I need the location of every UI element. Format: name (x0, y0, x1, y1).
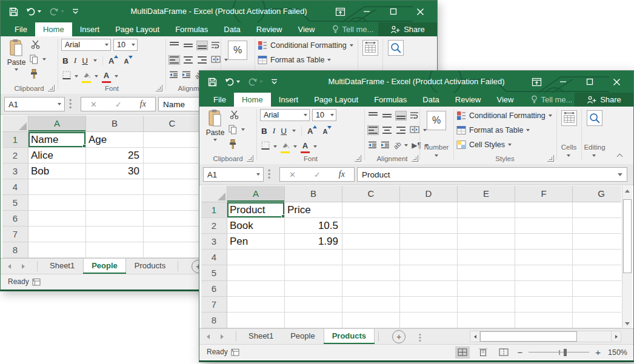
number-dropdown-arrow[interactable] (435, 154, 438, 157)
sheet-tab[interactable]: Sheet1 (240, 329, 282, 344)
macro-record-icon[interactable] (32, 277, 41, 288)
grid-cell[interactable]: 1.99 (285, 234, 342, 250)
grid-cell[interactable] (144, 132, 201, 148)
underline-button[interactable]: U (82, 56, 88, 65)
conditional-formatting-dropdown-arrow[interactable] (549, 114, 552, 117)
menu-tab[interactable]: Data (216, 22, 248, 36)
grid-cell[interactable] (144, 148, 201, 164)
zoom-level[interactable]: 150% (607, 348, 627, 357)
grid-cell[interactable] (458, 281, 515, 297)
fill-color-button[interactable] (281, 140, 290, 153)
increase-font-button[interactable]: A (108, 55, 118, 66)
row-header[interactable]: 1 (2, 132, 28, 148)
align-right-icon[interactable] (197, 56, 207, 64)
menu-tab[interactable]: Data (415, 93, 447, 107)
borders-button[interactable] (62, 71, 71, 82)
borders-button[interactable] (261, 141, 270, 152)
grid-cell[interactable] (573, 250, 621, 265)
row-header[interactable]: 6 (2, 211, 28, 227)
font-color-button[interactable]: A (301, 140, 310, 153)
grid-cell[interactable] (573, 234, 621, 250)
font-size-combo[interactable]: 10 (113, 39, 138, 51)
grid-cell[interactable] (342, 218, 400, 234)
minimize-button[interactable] (353, 1, 380, 22)
page-layout-view-button[interactable] (476, 346, 490, 359)
grid-cell[interactable] (144, 211, 201, 227)
align-center-icon[interactable] (382, 126, 392, 134)
merge-center-icon[interactable] (410, 125, 419, 136)
horizontal-scrollbar[interactable] (470, 331, 621, 342)
macro-record-icon[interactable] (231, 348, 239, 359)
undo-button[interactable] (26, 7, 41, 16)
grid-cell[interactable] (573, 281, 621, 297)
grid-cell[interactable] (144, 164, 201, 179)
grid-cell[interactable] (285, 250, 342, 265)
cells-dropdown-arrow[interactable] (567, 154, 570, 157)
sheet-tab[interactable]: People (83, 259, 126, 274)
number-format-button[interactable]: % (427, 111, 446, 130)
grid-cell[interactable] (515, 297, 573, 313)
menu-tab[interactable]: Page Layout (107, 22, 167, 36)
grid-cell[interactable] (458, 250, 515, 265)
row-header[interactable]: 1 (201, 202, 227, 218)
number-group-button-label[interactable]: Number (420, 144, 453, 151)
name-box[interactable]: A1 (4, 97, 65, 111)
copy-button[interactable] (30, 55, 46, 64)
grid-cell[interactable]: Alice (28, 148, 86, 164)
next-sheet-arrow[interactable] (22, 264, 25, 269)
grid-cell[interactable] (28, 211, 86, 227)
increase-indent-icon[interactable] (182, 70, 191, 81)
grid-cell[interactable] (227, 297, 285, 313)
customize-quick-access-button[interactable] (271, 78, 278, 85)
grid-cell[interactable] (573, 218, 621, 234)
editing-button[interactable] (387, 40, 405, 56)
column-header[interactable]: E (458, 186, 515, 202)
previous-sheet-arrow[interactable] (207, 334, 210, 339)
conditional-formatting-button[interactable]: Conditional Formatting (456, 111, 552, 121)
align-left-icon[interactable] (169, 56, 179, 64)
menu-tab[interactable]: Home (234, 93, 271, 107)
next-sheet-arrow[interactable] (221, 334, 224, 339)
font-dialog-launcher[interactable] (156, 85, 162, 91)
cut-button[interactable] (230, 110, 247, 119)
copy-dropdown-arrow[interactable] (241, 128, 245, 131)
grid-cell[interactable]: 10.5 (285, 218, 342, 234)
sheet-tab[interactable]: People (282, 329, 323, 344)
formula-bar-divider-dots[interactable]: ••• (268, 169, 270, 180)
grid-cell[interactable] (285, 281, 342, 297)
grid-cell[interactable] (400, 250, 458, 265)
redo-button[interactable] (49, 7, 64, 16)
share-button[interactable]: Share (378, 22, 437, 36)
grid-cell[interactable] (458, 202, 515, 218)
column-header[interactable]: B (86, 116, 144, 132)
minimize-button[interactable] (550, 71, 576, 93)
clipboard-dialog-launcher[interactable] (48, 85, 55, 91)
grid-cell[interactable] (515, 313, 573, 328)
menu-tab[interactable]: Insert (72, 22, 108, 36)
column-header[interactable]: D (400, 186, 458, 202)
underline-dropdown-arrow[interactable] (292, 130, 296, 132)
grid-cell[interactable] (400, 202, 458, 218)
row-header[interactable]: 8 (201, 313, 227, 328)
cells-button[interactable] (361, 40, 379, 56)
grid-cell[interactable] (227, 313, 285, 328)
cut-button[interactable] (31, 40, 48, 49)
grid-cell[interactable]: 25 (86, 148, 144, 164)
grid-cell[interactable] (285, 265, 342, 281)
cells-group-button-label[interactable]: Cells (557, 144, 581, 151)
column-header[interactable]: F (515, 186, 573, 202)
font-size-dropdown-arrow[interactable] (132, 44, 135, 46)
scroll-down-arrow[interactable] (622, 319, 632, 328)
fill-color-button[interactable] (82, 70, 91, 83)
font-name-dropdown-arrow[interactable] (304, 114, 307, 116)
grid-cell[interactable] (86, 195, 144, 211)
conditional-formatting-dropdown-arrow[interactable] (350, 44, 353, 47)
tell-me[interactable]: Tell me... (332, 22, 373, 36)
fill-color-dropdown-arrow[interactable] (95, 75, 98, 78)
format-painter-button[interactable] (229, 139, 237, 149)
share-button[interactable]: Share (575, 93, 633, 107)
grid-cell[interactable]: Bob (28, 164, 86, 179)
paste-button[interactable]: Paste (4, 39, 28, 71)
format-painter-button[interactable] (30, 69, 38, 79)
grid-cell[interactable] (144, 242, 201, 258)
